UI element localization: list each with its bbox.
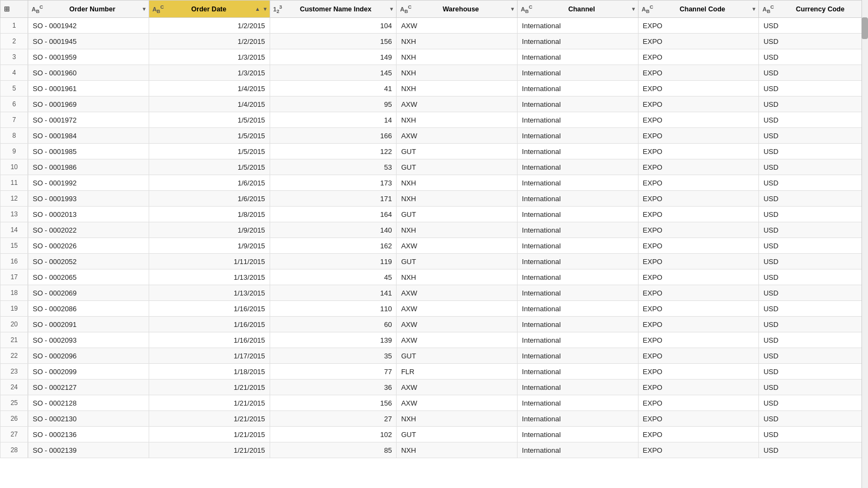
table-row[interactable]: 5SO - 00019611/4/201541NXHInternationalE… <box>1 81 868 97</box>
table-row[interactable]: 6SO - 00019691/4/201595AXWInternationalE… <box>1 97 868 112</box>
filter-btn-warehouse[interactable]: ▾ <box>511 6 514 12</box>
table-row[interactable]: 7SO - 00019721/5/201514NXHInternationalE… <box>1 112 868 128</box>
channel-cell: International <box>518 175 639 191</box>
customer-index-cell: 164 <box>270 207 397 222</box>
channel-cell: International <box>518 269 639 285</box>
channel-cell: International <box>518 364 639 380</box>
col-header-order-date[interactable]: ABC Order Date ▲ ▾ <box>149 1 270 18</box>
warehouse-cell: NXH <box>397 81 518 97</box>
row-number-cell: 20 <box>1 317 28 332</box>
order-date-cell: 1/16/2015 <box>149 317 270 332</box>
order-date-cell: 1/5/2015 <box>149 128 270 144</box>
channel-code-cell: EXPO <box>638 285 759 301</box>
order-number-cell: SO - 0001959 <box>28 49 149 65</box>
order-date-cell: 1/3/2015 <box>149 65 270 81</box>
row-number-cell: 26 <box>1 411 28 427</box>
customer-index-cell: 141 <box>270 285 397 301</box>
table-row[interactable]: 16SO - 00020521/11/2015119GUTInternation… <box>1 254 868 269</box>
col-header-currency-code[interactable]: ABC Currency Code <box>759 1 868 18</box>
table-row[interactable]: 27SO - 00021361/21/2015102GUTInternation… <box>1 427 868 442</box>
warehouse-cell: NXH <box>397 411 518 427</box>
channel-cell: International <box>518 97 639 112</box>
col-header-channel-code[interactable]: ABC Channel Code ▾ <box>638 1 759 18</box>
table-row[interactable]: 3SO - 00019591/3/2015149NXHInternational… <box>1 49 868 65</box>
customer-index-cell: 173 <box>270 175 397 191</box>
table-row[interactable]: 4SO - 00019601/3/2015145NXHInternational… <box>1 65 868 81</box>
currency-code-cell: USD <box>759 301 868 317</box>
table-row[interactable]: 2SO - 00019451/2/2015156NXHInternational… <box>1 34 868 49</box>
order-date-cell: 1/9/2015 <box>149 238 270 254</box>
table-row[interactable]: 18SO - 00020691/13/2015141AXWInternation… <box>1 285 868 301</box>
table-row[interactable]: 19SO - 00020861/16/2015110AXWInternation… <box>1 301 868 317</box>
order-number-cell: SO - 0002093 <box>28 332 149 348</box>
channel-cell: International <box>518 348 639 364</box>
scrollbar-thumb[interactable] <box>861 17 868 39</box>
currency-code-cell: USD <box>759 348 868 364</box>
channel-cell: International <box>518 49 639 65</box>
table-row[interactable]: 10SO - 00019861/5/201553GUTInternational… <box>1 159 868 175</box>
order-date-cell: 1/5/2015 <box>149 144 270 159</box>
currency-code-cell: USD <box>759 175 868 191</box>
customer-index-cell: 35 <box>270 348 397 364</box>
table-row[interactable]: 20SO - 00020911/16/201560AXWInternationa… <box>1 317 868 332</box>
customer-index-cell: 162 <box>270 238 397 254</box>
table-row[interactable]: 15SO - 00020261/9/2015162AXWInternationa… <box>1 238 868 254</box>
table-row[interactable]: 26SO - 00021301/21/201527NXHInternationa… <box>1 411 868 427</box>
order-number-cell: SO - 0002026 <box>28 238 149 254</box>
warehouse-cell: AXW <box>397 238 518 254</box>
order-number-cell: SO - 0002065 <box>28 269 149 285</box>
channel-code-cell: EXPO <box>638 254 759 269</box>
table-row[interactable]: 25SO - 00021281/21/2015156AXWInternation… <box>1 395 868 411</box>
warehouse-cell: GUT <box>397 254 518 269</box>
row-number-cell: 18 <box>1 285 28 301</box>
filter-btn-channel-code[interactable]: ▾ <box>752 6 755 12</box>
order-number-cell: SO - 0002013 <box>28 207 149 222</box>
col-label-customer: Customer Name Index <box>284 5 387 13</box>
col-header-order-number[interactable]: ABC Order Number ▾ <box>28 1 149 18</box>
channel-code-cell: EXPO <box>638 332 759 348</box>
table-row[interactable]: 12SO - 00019931/6/2015171NXHInternationa… <box>1 191 868 207</box>
filter-btn-customer[interactable]: ▾ <box>390 6 393 12</box>
table-row[interactable]: 24SO - 00021271/21/201536AXWInternationa… <box>1 380 868 395</box>
channel-cell: International <box>518 159 639 175</box>
order-date-cell: 1/5/2015 <box>149 112 270 128</box>
order-date-cell: 1/4/2015 <box>149 97 270 112</box>
channel-cell: International <box>518 81 639 97</box>
table-row[interactable]: 1SO - 00019421/2/2015104AXWInternational… <box>1 18 868 34</box>
table-row[interactable]: 21SO - 00020931/16/2015139AXWInternation… <box>1 332 868 348</box>
order-date-cell: 1/6/2015 <box>149 175 270 191</box>
currency-code-cell: USD <box>759 254 868 269</box>
table-row[interactable]: 23SO - 00020991/18/201577FLRInternationa… <box>1 364 868 380</box>
row-number-cell: 12 <box>1 191 28 207</box>
currency-code-cell: USD <box>759 97 868 112</box>
order-number-cell: SO - 0001993 <box>28 191 149 207</box>
warehouse-cell: NXH <box>397 34 518 49</box>
table-row[interactable]: 28SO - 00021391/21/201585NXHInternationa… <box>1 442 868 458</box>
table-row[interactable]: 14SO - 00020221/9/2015140NXHInternationa… <box>1 222 868 238</box>
warehouse-cell: NXH <box>397 222 518 238</box>
col-type-icon-order-number: ABC <box>31 4 43 14</box>
col-label-channel: Channel <box>534 5 628 13</box>
col-label-warehouse: Warehouse <box>414 5 508 13</box>
warehouse-cell: NXH <box>397 65 518 81</box>
col-header-warehouse[interactable]: ABC Warehouse ▾ <box>397 1 518 18</box>
table-row[interactable]: 17SO - 00020651/13/201545NXHInternationa… <box>1 269 868 285</box>
row-number-cell: 24 <box>1 380 28 395</box>
table-row[interactable]: 22SO - 00020961/17/201535GUTInternationa… <box>1 348 868 364</box>
vertical-scrollbar[interactable] <box>861 0 868 488</box>
col-header-channel[interactable]: ABC Channel ▾ <box>518 1 639 18</box>
table-row[interactable]: 13SO - 00020131/8/2015164GUTInternationa… <box>1 207 868 222</box>
row-number-cell: 23 <box>1 364 28 380</box>
table-row[interactable]: 8SO - 00019841/5/2015166AXWInternational… <box>1 128 868 144</box>
channel-code-cell: EXPO <box>638 81 759 97</box>
table-row[interactable]: 9SO - 00019851/5/2015122GUTInternational… <box>1 144 868 159</box>
order-number-cell: SO - 0001992 <box>28 175 149 191</box>
warehouse-cell: NXH <box>397 112 518 128</box>
table-row[interactable]: 11SO - 00019921/6/2015173NXHInternationa… <box>1 175 868 191</box>
filter-btn-channel[interactable]: ▾ <box>632 6 635 12</box>
filter-btn-order-number[interactable]: ▾ <box>143 6 145 12</box>
filter-btn-order-date[interactable]: ▾ <box>264 6 266 12</box>
order-date-cell: 1/2/2015 <box>149 34 270 49</box>
col-header-customer-name-index[interactable]: 123 Customer Name Index ▾ <box>270 1 397 18</box>
channel-cell: International <box>518 380 639 395</box>
